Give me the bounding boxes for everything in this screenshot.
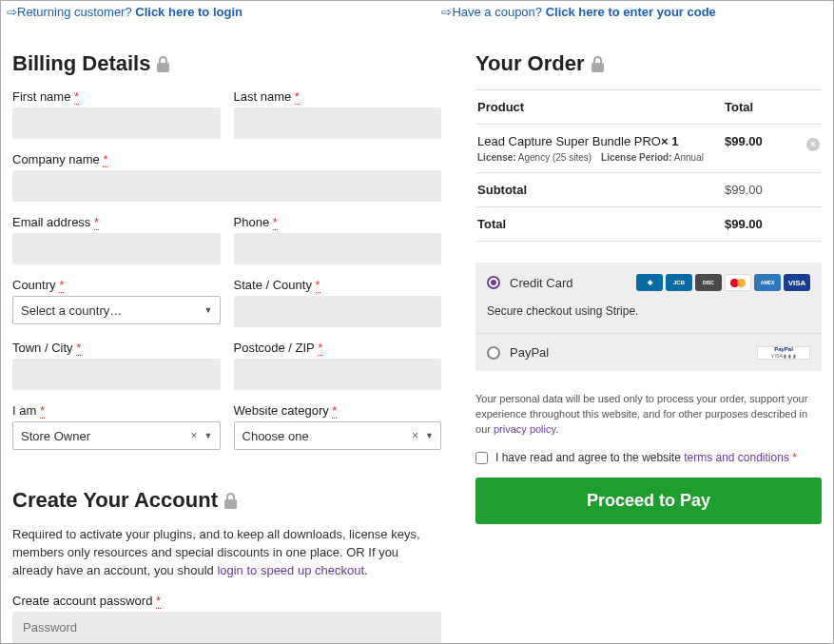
credit-card-option[interactable]: Credit Card ◈ JCB DISC AMEX VISA	[475, 263, 822, 302]
amex-icon: AMEX	[754, 274, 781, 291]
terms-prefix: I have read and agree to the website	[495, 451, 684, 464]
first-name-label: First name *	[12, 89, 221, 104]
password-label: Create account password *	[12, 594, 441, 608]
last-name-label: Last name *	[234, 89, 442, 104]
secure-note: Secure checkout using Stripe.	[475, 302, 822, 333]
order-header-row: Product Total	[475, 90, 822, 125]
terms-link[interactable]: terms and conditions	[684, 451, 789, 464]
returning-prefix: Returning customer?	[17, 5, 135, 19]
email-input[interactable]	[12, 233, 221, 264]
terms-row[interactable]: I have read and agree to the website ter…	[475, 451, 822, 464]
remove-item-icon[interactable]: ×	[806, 138, 820, 151]
order-table: Product Total Lead Capture Super Bundle …	[475, 89, 822, 242]
card-icons: ◈ JCB DISC AMEX VISA	[636, 274, 810, 291]
subtotal-value: $99.00	[725, 183, 799, 197]
account-help: Required to activate your plugins, and t…	[12, 526, 441, 580]
paypal-icon: PayPal VISA ▮ ▮ ▮	[757, 346, 810, 360]
account-heading-text: Create Your Account	[12, 488, 218, 513]
radio-selected-icon[interactable]	[487, 276, 500, 289]
account-heading: Create Your Account	[12, 488, 441, 513]
terms-checkbox[interactable]	[475, 452, 488, 464]
diners-icon: ◈	[636, 274, 663, 291]
country-label: Country *	[12, 278, 221, 292]
coupon-row: ⇨Have a coupon? Click here to enter your…	[441, 5, 827, 19]
postcode-input[interactable]	[234, 359, 442, 390]
last-name-input[interactable]	[234, 107, 442, 139]
country-select[interactable]: Select a country…	[12, 296, 221, 324]
subtotal-row: Subtotal $99.00	[475, 173, 822, 207]
subtotal-label: Subtotal	[477, 183, 725, 197]
total-row: Total $99.00	[475, 207, 822, 242]
privacy-policy-link[interactable]: privacy policy	[494, 423, 555, 435]
paypal-label: PayPal	[510, 345, 549, 360]
visa-icon: VISA	[784, 274, 810, 291]
order-heading: Your Order	[475, 51, 822, 76]
state-input[interactable]	[234, 296, 442, 327]
total-label: Total	[477, 217, 725, 231]
item-price: $99.00	[725, 134, 799, 148]
lock-icon	[156, 56, 170, 72]
credit-card-label: Credit Card	[510, 276, 572, 290]
col-total: Total	[725, 100, 799, 114]
coupon-link[interactable]: Click here to enter your code	[546, 5, 716, 19]
town-label: Town / City *	[12, 341, 221, 355]
company-label: Company name *	[12, 152, 441, 166]
phone-input[interactable]	[234, 233, 442, 264]
payment-box: Credit Card ◈ JCB DISC AMEX VISA Secure …	[475, 263, 822, 371]
iam-label: I am *	[12, 403, 221, 418]
email-label: Email address *	[12, 215, 221, 229]
product-name: Lead Capture Super Bundle PRO× 1	[477, 134, 725, 148]
top-links: ⇨Returning customer? Click here to login…	[1, 1, 833, 21]
login-link[interactable]: Click here to login	[135, 5, 242, 19]
town-input[interactable]	[12, 359, 221, 390]
arrow-icon: ⇨	[7, 5, 17, 19]
privacy-note: Your personal data will be used only to …	[475, 392, 822, 438]
order-item-row: Lead Capture Super Bundle PRO× 1 License…	[475, 125, 822, 173]
postcode-label: Postcode / ZIP *	[234, 341, 442, 355]
columns: Billing Details First name * Last name *…	[1, 21, 833, 644]
returning-customer-row: ⇨Returning customer? Click here to login	[7, 5, 441, 19]
state-label: State / County *	[234, 278, 442, 292]
iam-select[interactable]: Store Owner	[12, 421, 221, 450]
mastercard-icon	[725, 274, 751, 291]
coupon-prefix: Have a coupon?	[452, 5, 545, 19]
company-input[interactable]	[12, 170, 441, 202]
login-speedup-link[interactable]: login to speed up checkout	[217, 563, 364, 577]
discover-icon: DISC	[695, 274, 722, 291]
billing-heading: Billing Details	[12, 51, 441, 76]
product-meta: License: Agency (25 sites) License Perio…	[477, 152, 725, 163]
arrow-icon: ⇨	[441, 5, 452, 19]
right-column: Your Order Product Total Lead Capture Su…	[475, 27, 822, 643]
total-value: $99.00	[725, 217, 799, 231]
password-input[interactable]	[12, 612, 441, 643]
radio-unselected-icon[interactable]	[487, 346, 500, 360]
order-heading-text: Your Order	[475, 51, 585, 76]
lock-icon	[591, 56, 605, 72]
col-product: Product	[477, 100, 725, 114]
billing-heading-text: Billing Details	[12, 51, 150, 76]
checkout-page: ⇨Returning customer? Click here to login…	[0, 0, 834, 644]
website-cat-select[interactable]: Choose one	[234, 421, 442, 450]
jcb-icon: JCB	[666, 274, 692, 291]
website-cat-label: Website category *	[234, 403, 442, 418]
proceed-to-pay-button[interactable]: Proceed to Pay	[475, 478, 822, 524]
phone-label: Phone *	[234, 215, 442, 229]
clear-icon[interactable]: ×	[412, 429, 418, 442]
paypal-option[interactable]: PayPal PayPal VISA ▮ ▮ ▮	[475, 333, 822, 371]
lock-icon	[223, 493, 238, 509]
first-name-input[interactable]	[12, 107, 221, 139]
left-column: Billing Details First name * Last name *…	[12, 27, 441, 643]
clear-icon[interactable]: ×	[191, 429, 198, 442]
